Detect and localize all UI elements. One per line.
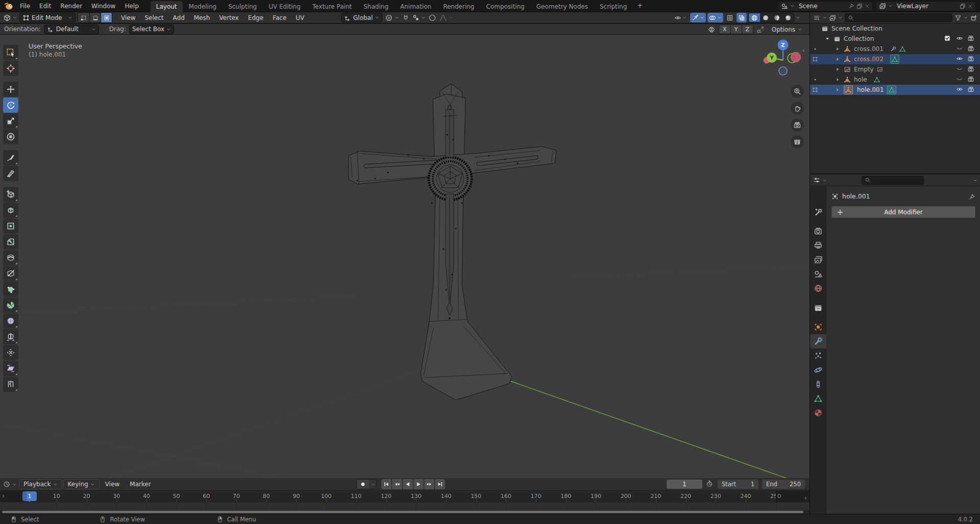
properties-editor-icon[interactable] <box>813 177 820 184</box>
tool-smooth-button[interactable] <box>3 313 18 329</box>
pin-icon[interactable] <box>968 193 975 201</box>
tool-extrude-region-button[interactable] <box>3 203 18 218</box>
tool-bevel-button[interactable] <box>3 234 18 249</box>
tab-texture-paint[interactable]: Texture Paint <box>307 1 357 12</box>
tab-uv-editing[interactable]: UV Editing <box>263 1 306 12</box>
tool-transform-button[interactable] <box>3 129 18 144</box>
toggle-perspective-button[interactable] <box>791 135 804 148</box>
pin-icon[interactable] <box>848 3 854 9</box>
face-select-mode-button[interactable] <box>101 13 112 22</box>
tool-cursor-button[interactable] <box>3 61 18 76</box>
viewport-menu-vertex[interactable]: Vertex <box>214 12 243 23</box>
properties-tab-material[interactable] <box>810 406 826 420</box>
orientation-dropdown[interactable]: Default <box>44 24 99 34</box>
viewport-3d[interactable]: User Perspective (1) hole.001 Y Z ‹ <box>0 35 810 478</box>
tab-layout[interactable]: Layout <box>151 1 183 12</box>
timeline-scrollbar[interactable] <box>2 511 803 513</box>
viewport-menu-mesh[interactable]: Mesh <box>189 12 215 23</box>
tab-compositing[interactable]: Compositing <box>480 1 530 12</box>
outliner-row-cross-002[interactable]: cross.002 <box>810 54 980 64</box>
properties-tab-scene[interactable] <box>810 267 826 281</box>
shading-wireframe-button[interactable] <box>749 13 760 22</box>
shading-rendered-button[interactable] <box>782 13 794 22</box>
properties-options-chevron-icon[interactable] <box>973 178 977 183</box>
properties-search-input[interactable] <box>862 176 924 185</box>
tab-shading[interactable]: Shading <box>358 1 394 12</box>
current-frame-field[interactable]: 1 <box>667 480 702 489</box>
properties-tab-particles[interactable] <box>810 348 826 363</box>
tool-select-box-button[interactable] <box>3 45 18 60</box>
properties-tab-physics[interactable] <box>810 363 826 377</box>
tool-move-button[interactable] <box>3 82 18 97</box>
timeline-ruler[interactable]: 1102030405060708090100110120130140150160… <box>0 490 810 502</box>
camera-icon[interactable] <box>967 45 974 52</box>
tab-animation[interactable]: Animation <box>395 1 437 12</box>
tool-measure-button[interactable] <box>3 166 18 181</box>
viewport-menu-face[interactable]: Face <box>268 12 291 23</box>
tool-knife-button[interactable] <box>3 266 18 281</box>
eye-closed-icon[interactable] <box>956 45 963 52</box>
viewlayer-selector[interactable]: ViewLayer <box>876 1 976 11</box>
mode-selector[interactable]: Edit Mode <box>19 13 76 22</box>
timeline-editor-icon[interactable] <box>3 481 10 488</box>
menu-render[interactable]: Render <box>56 0 87 12</box>
collapse-region-arrow[interactable]: ‹ <box>804 494 807 502</box>
outliner-filter-icon[interactable] <box>813 14 820 21</box>
outliner-row-collection[interactable]: Collection <box>810 34 980 44</box>
properties-tab-tool[interactable] <box>810 205 826 219</box>
tool-rip-region-button[interactable] <box>3 377 18 392</box>
viewport-menu-edge[interactable]: Edge <box>243 12 268 23</box>
properties-tab-render[interactable] <box>810 224 826 238</box>
tab-geometry-nodes[interactable]: Geometry Nodes <box>531 1 594 12</box>
snap-magnet-icon[interactable] <box>402 14 410 22</box>
camera-icon[interactable] <box>967 76 974 83</box>
proportional-falloff-dropdown[interactable] <box>439 14 453 22</box>
tool-add-cube-button[interactable] <box>3 187 18 202</box>
tool-inset-faces-button[interactable] <box>3 218 18 234</box>
jump-to-start-button[interactable] <box>381 479 391 489</box>
properties-tab-output[interactable] <box>810 238 826 253</box>
tab-scripting[interactable]: Scripting <box>594 1 632 12</box>
zoom-button[interactable] <box>791 85 804 98</box>
proportional-editing-icon[interactable] <box>428 14 436 22</box>
checkbox-icon[interactable] <box>944 35 951 42</box>
snap-base-icon[interactable] <box>756 26 765 34</box>
frame-end-field[interactable]: End 250 <box>762 480 805 489</box>
timeline-channel-area[interactable] <box>0 502 810 510</box>
menu-edit[interactable]: Edit <box>35 0 56 12</box>
blender-logo-icon[interactable] <box>4 2 13 11</box>
mirror-axis-x-button[interactable]: X <box>719 25 730 34</box>
collapse-region-arrow[interactable]: ‹ <box>802 47 805 54</box>
shading-options-chevron-icon[interactable] <box>796 15 800 20</box>
menu-file[interactable]: File <box>15 0 35 12</box>
show-overlays-toggle[interactable] <box>707 13 723 22</box>
shading-solid-button[interactable] <box>760 13 771 22</box>
shading-material-button[interactable] <box>771 13 782 22</box>
navigation-gizmo[interactable]: Y Z <box>763 39 803 80</box>
disclosure-closed-icon[interactable] <box>835 46 841 52</box>
frame-start-field[interactable]: Start 1 <box>718 480 758 489</box>
tool-edge-slide-button[interactable] <box>3 329 18 344</box>
tool-loop-cut-button[interactable] <box>3 250 18 265</box>
pan-button[interactable] <box>791 102 804 115</box>
show-gizmos-toggle[interactable] <box>690 13 706 22</box>
mesh-edit-overlay-button[interactable] <box>725 13 735 22</box>
viewport-canvas[interactable] <box>0 35 810 478</box>
properties-tab-constraints[interactable] <box>810 377 826 391</box>
properties-tab-view-layer[interactable] <box>810 253 826 267</box>
outliner-row-cross-001[interactable]: cross.001 <box>810 44 980 54</box>
camera-view-button[interactable] <box>791 118 804 132</box>
properties-tab-object-data[interactable] <box>810 391 826 406</box>
play-reverse-button[interactable] <box>403 479 413 489</box>
mirror-axis-y-button[interactable]: Y <box>730 25 742 34</box>
timeline-menu-playback[interactable]: Playback <box>19 479 62 489</box>
editor-type-selector[interactable] <box>3 14 17 22</box>
stopwatch-icon[interactable] <box>706 480 713 487</box>
viewport-menu-add[interactable]: Add <box>168 12 189 23</box>
eye-open-icon[interactable] <box>956 35 963 42</box>
mirror-icon[interactable] <box>707 26 716 34</box>
vertex-select-mode-button[interactable] <box>78 13 89 22</box>
disclosure-closed-icon[interactable] <box>835 66 841 72</box>
menu-window[interactable]: Window <box>87 0 120 12</box>
auto-keying-button[interactable] <box>356 479 377 489</box>
